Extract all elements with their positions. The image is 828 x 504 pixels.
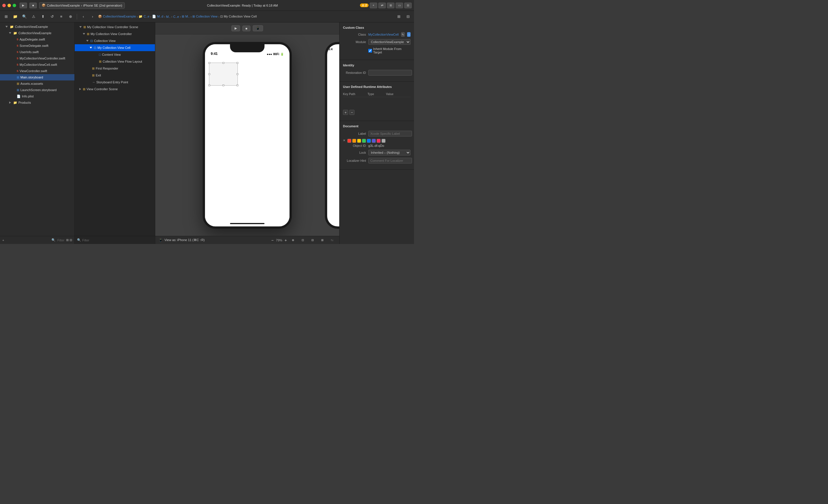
canvas-options-3[interactable]: ⊟ bbox=[309, 237, 316, 243]
bc-1[interactable]: 📦 CollectionViewExample bbox=[98, 15, 136, 18]
sidebar-item-appdelegate[interactable]: S AppDelegate.swift bbox=[0, 36, 75, 43]
toolbar-btn-2[interactable]: 📁 bbox=[11, 13, 19, 20]
swift-icon-6: S bbox=[17, 70, 18, 73]
module-select[interactable]: CollectionViewExample bbox=[368, 39, 411, 45]
bc-3[interactable]: 📄 M..d bbox=[152, 15, 163, 18]
bc-2[interactable]: 📁 C..e bbox=[138, 15, 149, 18]
sidebar-item-infoplist[interactable]: 📄 Info.plist bbox=[0, 93, 75, 99]
maximize-button[interactable] bbox=[13, 4, 16, 7]
bc-6[interactable]: ⊞ M.. bbox=[182, 15, 190, 18]
library-button[interactable]: ⇄ bbox=[378, 3, 386, 8]
color-dot-gray[interactable] bbox=[381, 139, 385, 143]
sidebar-item-viewcontroller[interactable]: S ViewController.swift bbox=[0, 68, 75, 74]
add-file-button[interactable]: + bbox=[2, 238, 4, 242]
nav-item-contentview[interactable]: □ Content View bbox=[75, 51, 155, 58]
class-edit-button[interactable]: ✎ bbox=[401, 32, 405, 37]
color-dot-orange[interactable] bbox=[352, 139, 356, 143]
triangle-cv bbox=[86, 40, 89, 42]
col-keypath-header: Key Path bbox=[343, 93, 367, 96]
lock-select[interactable]: Inherited – (Nothing) bbox=[368, 150, 411, 155]
toolbar-btn-4[interactable]: ⚠ bbox=[30, 13, 37, 20]
sidebar-item-group[interactable]: 📁 CollectionViewExample bbox=[0, 30, 75, 36]
udra-remove-button[interactable]: − bbox=[349, 110, 355, 115]
close-button[interactable] bbox=[2, 4, 6, 7]
run-button[interactable]: ▶ bbox=[19, 3, 27, 8]
canvas-btn-run[interactable]: ▶ bbox=[232, 25, 240, 31]
toolbar-btn-7[interactable]: ≡ bbox=[57, 13, 65, 20]
sidebar-item-launchscreen[interactable]: ⊞ LaunchScreen.storyboard bbox=[0, 87, 75, 93]
nav-item-entrypoint[interactable]: → Storyboard Entry Point bbox=[75, 79, 155, 86]
nav-item-exit[interactable]: ⊞ Exit bbox=[75, 72, 155, 79]
module-row: Module CollectionViewExample bbox=[343, 39, 411, 45]
toolbar: ⊞ 📁 🔍 ⚠ ⬆ ↺ ≡ ⊕ ‹ › 📦 CollectionViewExam… bbox=[0, 11, 414, 22]
nav-item-scene2[interactable]: ⊞ View Controller Scene bbox=[75, 86, 155, 93]
color-dot-purple[interactable] bbox=[372, 139, 376, 143]
bc-5[interactable]: C..e bbox=[173, 15, 179, 18]
iphone-notch bbox=[230, 44, 264, 52]
canvas-options-1[interactable]: ⊕ bbox=[289, 237, 297, 243]
nav-item-flowlayout[interactable]: ⊞ Collection View Flow Layout bbox=[75, 58, 155, 65]
attributes-toggle[interactable]: ⊟ bbox=[404, 13, 412, 20]
color-dot-red[interactable] bbox=[347, 139, 351, 143]
sidebar-item-products[interactable]: 📁 Products bbox=[0, 99, 75, 106]
stop-button[interactable]: ■ bbox=[29, 3, 37, 8]
inspector-toggle[interactable]: ⊞ bbox=[395, 13, 403, 20]
color-dot-pink[interactable] bbox=[377, 139, 381, 143]
layout-button3[interactable]: ⊟ bbox=[404, 3, 412, 8]
layout-button1[interactable]: ⊞ bbox=[387, 3, 395, 8]
sidebar-item-root[interactable]: 📁 CollectionViewExample bbox=[0, 24, 75, 30]
layout-button2[interactable]: ▭ bbox=[396, 3, 403, 8]
lock-row: Lock Inherited – (Nothing) bbox=[343, 150, 411, 155]
toolbar-btn-6[interactable]: ↺ bbox=[48, 13, 56, 20]
canvas-content[interactable]: → 9:41 ●●● WiFi 🔋 bbox=[155, 35, 339, 236]
sidebar-item-mainstoryboard[interactable]: ⊞ Main.storyboard bbox=[0, 74, 75, 81]
color-x-icon: ✕ bbox=[343, 139, 345, 143]
canvas-btn-device[interactable]: 📱 bbox=[253, 25, 263, 31]
bc-4[interactable]: M.. bbox=[166, 15, 170, 18]
zoom-out-button[interactable]: − bbox=[272, 238, 274, 242]
canvas-options-4[interactable]: ⊞ bbox=[319, 237, 326, 243]
toolbar-btn-8[interactable]: ⊕ bbox=[67, 13, 74, 20]
canvas-area: ▶ ■ 📱 → 9:41 ●●● WiFi bbox=[155, 22, 339, 244]
sidebar-item-myvc[interactable]: S MyCollectionViewController.swift bbox=[0, 55, 75, 61]
class-set-button[interactable]: → bbox=[407, 32, 411, 37]
bc-7[interactable]: ⊞ Collection View bbox=[192, 15, 217, 18]
toolbar-btn-3[interactable]: 🔍 bbox=[21, 13, 28, 20]
traffic-lights bbox=[2, 4, 16, 7]
add-button[interactable]: + bbox=[370, 3, 377, 8]
canvas-btn-stop[interactable]: ■ bbox=[242, 26, 251, 31]
minimize-button[interactable] bbox=[7, 4, 11, 7]
udra-controls: + − bbox=[343, 110, 411, 115]
nav-back[interactable]: ‹ bbox=[80, 13, 87, 20]
nav-item-firstresponder[interactable]: ⊞ First Responder bbox=[75, 65, 155, 72]
hide-navigator-button[interactable]: ⊞ bbox=[2, 13, 10, 20]
canvas-options-5[interactable]: ↑↓ bbox=[328, 237, 336, 243]
nav-forward[interactable]: › bbox=[89, 13, 96, 20]
sidebar-item-mycell[interactable]: S MyCollectionViewCell.swift bbox=[0, 61, 75, 68]
inherit-checkbox[interactable] bbox=[368, 49, 372, 53]
triangle-scene1 bbox=[79, 26, 82, 28]
zoom-in-button[interactable]: + bbox=[285, 238, 287, 242]
scheme-selector[interactable]: 📦 CollectionViewExample › iPhone SE (2nd… bbox=[39, 2, 125, 9]
sidebar-item-userinfo[interactable]: S UserInfo.swift bbox=[0, 49, 75, 55]
udra-add-button[interactable]: + bbox=[343, 110, 348, 115]
toolbar-btn-5[interactable]: ⬆ bbox=[39, 13, 47, 20]
sidebar-item-assets[interactable]: ⊞ Assets.xcassets bbox=[0, 81, 75, 87]
nav-item-cell[interactable]: ⊡ My Collection View Cell bbox=[75, 44, 155, 51]
color-dot-green[interactable] bbox=[362, 139, 366, 143]
module-label: Module bbox=[343, 40, 366, 44]
color-dot-blue[interactable] bbox=[367, 139, 371, 143]
sidebar-item-scenedelegate[interactable]: S SceneDelegate.swift bbox=[0, 43, 75, 49]
restoration-id-input[interactable] bbox=[368, 70, 412, 76]
nav-item-vc1[interactable]: ⊞ My Collection View Controller bbox=[75, 31, 155, 37]
class-label: Class bbox=[343, 33, 366, 36]
warning-badge[interactable]: ⚠ 2 bbox=[360, 3, 369, 7]
localizer-input[interactable] bbox=[368, 158, 412, 164]
doc-label-input[interactable] bbox=[368, 131, 412, 136]
canvas-options-2[interactable]: ⊡ bbox=[299, 237, 306, 243]
nav-item-scene1[interactable]: ⊞ My Collection View Controller Scene bbox=[75, 24, 155, 31]
nav-item-collectionview[interactable]: ⊡ Collection View bbox=[75, 37, 155, 44]
file-list: 📁 CollectionViewExample 📁 CollectionView… bbox=[0, 22, 75, 236]
color-dot-yellow[interactable] bbox=[357, 139, 361, 143]
triangle-vc1 bbox=[83, 33, 85, 35]
